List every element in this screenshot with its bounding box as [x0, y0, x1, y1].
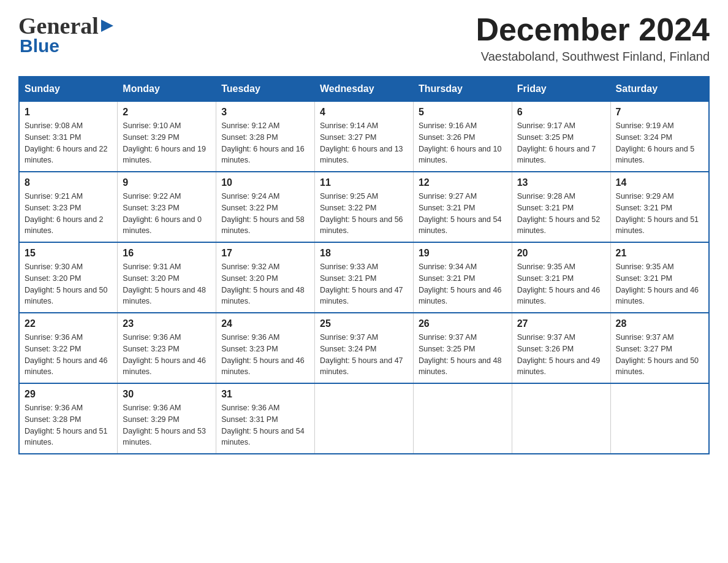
day-info: Sunrise: 9:36 AM Sunset: 3:29 PM Dayligh… — [123, 402, 211, 448]
calendar-day-19: 19 Sunrise: 9:34 AM Sunset: 3:21 PM Dayl… — [413, 242, 512, 313]
calendar-day-21: 21 Sunrise: 9:35 AM Sunset: 3:21 PM Dayl… — [610, 242, 709, 313]
calendar-day-9: 9 Sunrise: 9:22 AM Sunset: 3:23 PM Dayli… — [118, 172, 216, 242]
day-number: 17 — [221, 248, 309, 259]
day-number: 23 — [123, 318, 211, 329]
day-info: Sunrise: 9:31 AM Sunset: 3:20 PM Dayligh… — [123, 261, 211, 307]
day-number: 31 — [221, 389, 309, 400]
calendar-day-5: 5 Sunrise: 9:16 AM Sunset: 3:26 PM Dayli… — [413, 101, 512, 172]
calendar-day-10: 10 Sunrise: 9:24 AM Sunset: 3:22 PM Dayl… — [216, 172, 315, 242]
calendar-week-3: 15 Sunrise: 9:30 AM Sunset: 3:20 PM Dayl… — [19, 242, 709, 313]
weekday-header-friday: Friday — [512, 77, 610, 101]
day-number: 11 — [320, 177, 408, 188]
calendar-table: SundayMondayTuesdayWednesdayThursdayFrid… — [18, 76, 710, 454]
calendar-week-5: 29 Sunrise: 9:36 AM Sunset: 3:28 PM Dayl… — [19, 383, 709, 454]
page-header: General Blue December 2024 Vaestaboland,… — [18, 12, 710, 64]
day-number: 19 — [419, 248, 507, 259]
calendar-day-17: 17 Sunrise: 9:32 AM Sunset: 3:20 PM Dayl… — [216, 242, 315, 313]
calendar-empty-4-3 — [315, 383, 414, 454]
day-info: Sunrise: 9:37 AM Sunset: 3:24 PM Dayligh… — [320, 332, 408, 378]
day-info: Sunrise: 9:35 AM Sunset: 3:21 PM Dayligh… — [616, 261, 703, 307]
calendar-day-28: 28 Sunrise: 9:37 AM Sunset: 3:27 PM Dayl… — [610, 313, 709, 383]
calendar-day-12: 12 Sunrise: 9:27 AM Sunset: 3:21 PM Dayl… — [413, 172, 512, 242]
day-number: 24 — [221, 318, 309, 329]
day-number: 6 — [517, 107, 605, 118]
svg-marker-0 — [101, 20, 113, 32]
day-number: 9 — [123, 177, 211, 188]
logo: General Blue — [18, 12, 116, 56]
day-info: Sunrise: 9:37 AM Sunset: 3:25 PM Dayligh… — [419, 332, 507, 378]
day-info: Sunrise: 9:14 AM Sunset: 3:27 PM Dayligh… — [320, 120, 408, 166]
day-number: 4 — [320, 107, 408, 118]
day-info: Sunrise: 9:36 AM Sunset: 3:23 PM Dayligh… — [123, 332, 211, 378]
day-number: 2 — [123, 107, 211, 118]
calendar-day-3: 3 Sunrise: 9:12 AM Sunset: 3:28 PM Dayli… — [216, 101, 315, 172]
calendar-day-22: 22 Sunrise: 9:36 AM Sunset: 3:22 PM Dayl… — [19, 313, 118, 383]
calendar-week-4: 22 Sunrise: 9:36 AM Sunset: 3:22 PM Dayl… — [19, 313, 709, 383]
day-number: 13 — [517, 177, 605, 188]
calendar-week-2: 8 Sunrise: 9:21 AM Sunset: 3:23 PM Dayli… — [19, 172, 709, 242]
day-info: Sunrise: 9:37 AM Sunset: 3:27 PM Dayligh… — [616, 332, 703, 378]
calendar-day-29: 29 Sunrise: 9:36 AM Sunset: 3:28 PM Dayl… — [19, 383, 118, 454]
day-number: 8 — [25, 177, 112, 188]
day-info: Sunrise: 9:17 AM Sunset: 3:25 PM Dayligh… — [517, 120, 605, 166]
day-number: 3 — [221, 107, 309, 118]
day-info: Sunrise: 9:36 AM Sunset: 3:28 PM Dayligh… — [25, 402, 112, 448]
calendar-day-23: 23 Sunrise: 9:36 AM Sunset: 3:23 PM Dayl… — [118, 313, 216, 383]
calendar-day-18: 18 Sunrise: 9:33 AM Sunset: 3:21 PM Dayl… — [315, 242, 414, 313]
day-info: Sunrise: 9:36 AM Sunset: 3:22 PM Dayligh… — [25, 332, 112, 378]
day-number: 15 — [25, 248, 112, 259]
day-info: Sunrise: 9:08 AM Sunset: 3:31 PM Dayligh… — [25, 120, 112, 166]
calendar-day-27: 27 Sunrise: 9:37 AM Sunset: 3:26 PM Dayl… — [512, 313, 610, 383]
day-info: Sunrise: 9:24 AM Sunset: 3:22 PM Dayligh… — [221, 191, 309, 237]
calendar-day-13: 13 Sunrise: 9:28 AM Sunset: 3:21 PM Dayl… — [512, 172, 610, 242]
calendar-day-8: 8 Sunrise: 9:21 AM Sunset: 3:23 PM Dayli… — [19, 172, 118, 242]
day-info: Sunrise: 9:19 AM Sunset: 3:24 PM Dayligh… — [616, 120, 703, 166]
day-info: Sunrise: 9:25 AM Sunset: 3:22 PM Dayligh… — [320, 191, 408, 237]
calendar-day-7: 7 Sunrise: 9:19 AM Sunset: 3:24 PM Dayli… — [610, 101, 709, 172]
calendar-day-20: 20 Sunrise: 9:35 AM Sunset: 3:21 PM Dayl… — [512, 242, 610, 313]
day-number: 28 — [616, 318, 703, 329]
day-number: 20 — [517, 248, 605, 259]
calendar-empty-4-5 — [512, 383, 610, 454]
calendar-day-31: 31 Sunrise: 9:36 AM Sunset: 3:31 PM Dayl… — [216, 383, 315, 454]
calendar-day-26: 26 Sunrise: 9:37 AM Sunset: 3:25 PM Dayl… — [413, 313, 512, 383]
logo-blue-text: Blue — [20, 36, 59, 56]
weekday-header-monday: Monday — [118, 77, 216, 101]
calendar-day-1: 1 Sunrise: 9:08 AM Sunset: 3:31 PM Dayli… — [19, 101, 118, 172]
day-info: Sunrise: 9:35 AM Sunset: 3:21 PM Dayligh… — [517, 261, 605, 307]
day-info: Sunrise: 9:10 AM Sunset: 3:29 PM Dayligh… — [123, 120, 211, 166]
calendar-day-2: 2 Sunrise: 9:10 AM Sunset: 3:29 PM Dayli… — [118, 101, 216, 172]
day-number: 10 — [221, 177, 309, 188]
day-number: 27 — [517, 318, 605, 329]
day-info: Sunrise: 9:36 AM Sunset: 3:23 PM Dayligh… — [221, 332, 309, 378]
calendar-day-24: 24 Sunrise: 9:36 AM Sunset: 3:23 PM Dayl… — [216, 313, 315, 383]
day-number: 21 — [616, 248, 703, 259]
month-title: December 2024 — [476, 12, 710, 47]
day-number: 16 — [123, 248, 211, 259]
day-number: 7 — [616, 107, 703, 118]
calendar-day-15: 15 Sunrise: 9:30 AM Sunset: 3:20 PM Dayl… — [19, 242, 118, 313]
calendar-day-4: 4 Sunrise: 9:14 AM Sunset: 3:27 PM Dayli… — [315, 101, 414, 172]
calendar-empty-4-4 — [413, 383, 512, 454]
weekday-header-row: SundayMondayTuesdayWednesdayThursdayFrid… — [19, 77, 709, 101]
day-info: Sunrise: 9:29 AM Sunset: 3:21 PM Dayligh… — [616, 191, 703, 237]
day-info: Sunrise: 9:36 AM Sunset: 3:31 PM Dayligh… — [221, 402, 309, 448]
day-info: Sunrise: 9:28 AM Sunset: 3:21 PM Dayligh… — [517, 191, 605, 237]
day-info: Sunrise: 9:27 AM Sunset: 3:21 PM Dayligh… — [419, 191, 507, 237]
weekday-header-wednesday: Wednesday — [315, 77, 414, 101]
day-number: 30 — [123, 389, 211, 400]
day-info: Sunrise: 9:34 AM Sunset: 3:21 PM Dayligh… — [419, 261, 507, 307]
day-number: 12 — [419, 177, 507, 188]
calendar-day-11: 11 Sunrise: 9:25 AM Sunset: 3:22 PM Dayl… — [315, 172, 414, 242]
calendar-week-1: 1 Sunrise: 9:08 AM Sunset: 3:31 PM Dayli… — [19, 101, 709, 172]
day-info: Sunrise: 9:22 AM Sunset: 3:23 PM Dayligh… — [123, 191, 211, 237]
day-info: Sunrise: 9:21 AM Sunset: 3:23 PM Dayligh… — [25, 191, 112, 237]
title-section: December 2024 Vaestaboland, Southwest Fi… — [476, 12, 710, 64]
calendar-day-6: 6 Sunrise: 9:17 AM Sunset: 3:25 PM Dayli… — [512, 101, 610, 172]
day-number: 29 — [25, 389, 112, 400]
day-info: Sunrise: 9:16 AM Sunset: 3:26 PM Dayligh… — [419, 120, 507, 166]
day-number: 25 — [320, 318, 408, 329]
calendar-day-14: 14 Sunrise: 9:29 AM Sunset: 3:21 PM Dayl… — [610, 172, 709, 242]
weekday-header-saturday: Saturday — [610, 77, 709, 101]
day-number: 26 — [419, 318, 507, 329]
